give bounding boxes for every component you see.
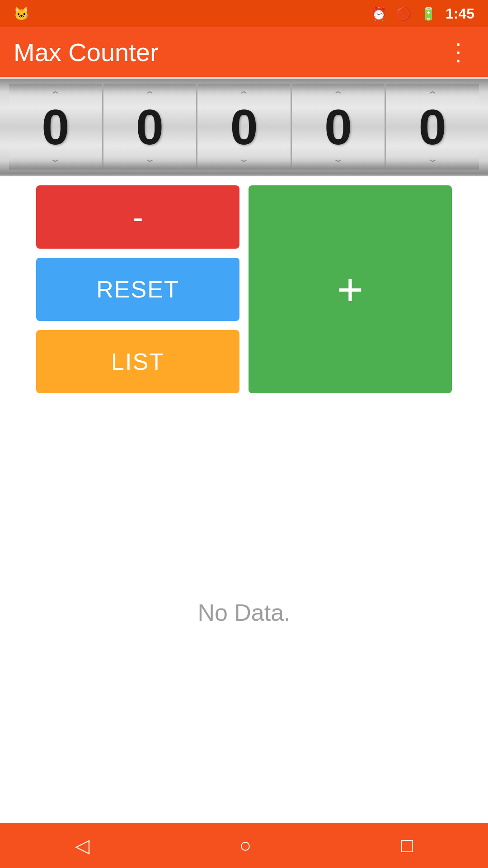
digit-3: 0 <box>230 98 258 156</box>
nav-home-button[interactable]: ○ <box>221 830 269 861</box>
nav-recent-button[interactable]: □ <box>383 830 432 861</box>
reset-button[interactable]: RESET <box>36 258 239 321</box>
digit-slot-4: 0 <box>292 84 386 170</box>
digit-5: 0 <box>419 98 446 156</box>
alarm-icon: ⏰ <box>371 6 387 21</box>
no-data-text: No Data. <box>197 599 290 626</box>
left-buttons: - RESET LIST <box>36 185 239 393</box>
digit-2: 0 <box>136 98 164 156</box>
status-time: 1:45 <box>446 5 474 22</box>
app-title: Max Counter <box>14 38 442 67</box>
counter-display: 0 0 0 0 0 <box>0 77 488 176</box>
plus-button[interactable]: + <box>249 185 452 393</box>
list-button[interactable]: LIST <box>36 330 239 393</box>
app-icon: 🐱 <box>14 6 29 21</box>
digit-1: 0 <box>42 98 69 156</box>
status-bar: 🐱 ⏰ 🚫 🔋 1:45 <box>0 0 488 27</box>
minus-button[interactable]: - <box>36 185 239 249</box>
app-bar: Max Counter ⋮ <box>0 27 488 77</box>
digit-slot-5: 0 <box>386 84 479 170</box>
digit-slot-2: 0 <box>103 84 198 170</box>
buttons-area: - RESET LIST + <box>0 176 488 402</box>
digit-slot-1: 0 <box>9 84 103 170</box>
nav-back-button[interactable]: ◁ <box>57 830 108 861</box>
digit-slot-3: 0 <box>197 84 292 170</box>
signal-icon: 🚫 <box>396 6 412 21</box>
digit-4: 0 <box>324 98 352 156</box>
menu-icon[interactable]: ⋮ <box>442 34 474 70</box>
no-data-area: No Data. <box>0 402 488 823</box>
nav-bar: ◁ ○ □ <box>0 823 488 868</box>
battery-icon: 🔋 <box>421 6 436 21</box>
